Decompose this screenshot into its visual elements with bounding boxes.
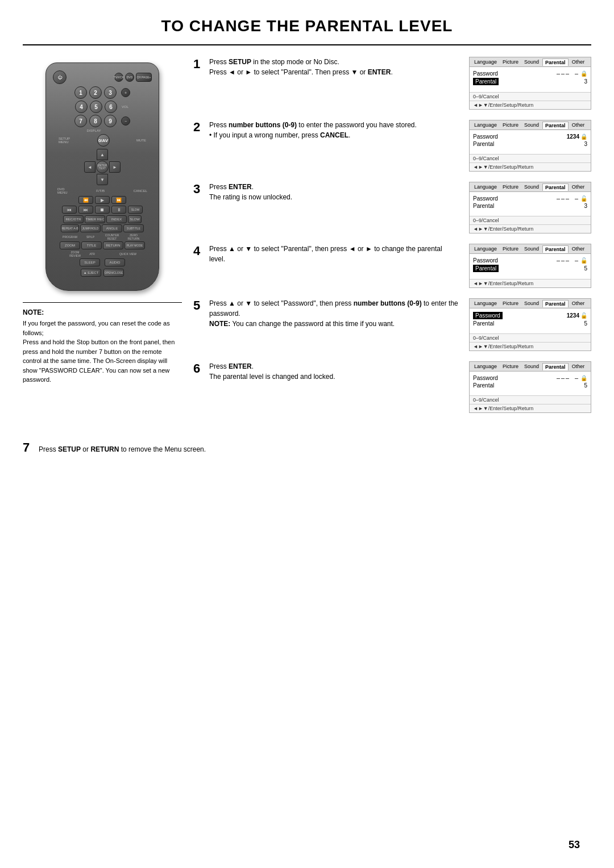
page-number: 53 bbox=[569, 839, 580, 851]
step-2-number: 2 bbox=[193, 121, 205, 140]
dpad-down[interactable]: ▼ bbox=[97, 174, 108, 185]
osd-header-3: Language Picture Sound Parental Other bbox=[470, 182, 591, 192]
osd-footer-2a: 0–9/Cancel bbox=[470, 154, 591, 162]
step-5-content: Press ▲ or ▼ to select "Password", then … bbox=[209, 298, 459, 329]
vol-up-button[interactable]: + bbox=[121, 88, 130, 97]
osd-header-4: Language Picture Sound Parental Other bbox=[470, 244, 591, 254]
angle-button[interactable]: ANGLE bbox=[102, 224, 122, 232]
title-button[interactable]: TITLE bbox=[81, 241, 102, 249]
osd-tab-parental-5: Parental bbox=[542, 300, 569, 307]
step-4-number: 4 bbox=[193, 245, 205, 264]
osd-tab-picture-3: Picture bbox=[500, 183, 521, 190]
return-button[interactable]: RETURN bbox=[103, 241, 123, 249]
stop-button[interactable]: ⏹ bbox=[95, 206, 110, 214]
osd-tab-sound-4: Sound bbox=[522, 245, 541, 252]
btn-2[interactable]: 2 bbox=[89, 86, 102, 99]
rew-button[interactable]: ⏪ bbox=[78, 196, 93, 204]
vol-down-button[interactable]: − bbox=[121, 116, 130, 126]
page-title: TO CHANGE THE PARENTAL LEVEL bbox=[23, 17, 591, 35]
note-title: NOTE: bbox=[23, 308, 182, 316]
osd-row-parental-1: Parental 3 bbox=[473, 78, 587, 85]
btn-5[interactable]: 5 bbox=[90, 101, 102, 113]
osd-row-password-2: Password 1234 🔒 bbox=[473, 133, 587, 140]
btn-9[interactable]: 9 bbox=[104, 115, 117, 127]
index-button[interactable]: INDEX bbox=[106, 215, 127, 223]
ffwd-button[interactable]: ⏩ bbox=[111, 196, 126, 204]
step-2-content: Press number buttons (0-9) to enter the … bbox=[209, 120, 459, 140]
osd-tab-sound-6: Sound bbox=[522, 363, 541, 370]
dvd-button[interactable]: DVD bbox=[125, 73, 134, 82]
step-6: 6 Press ENTER. The parental level is cha… bbox=[193, 361, 591, 413]
btn-8[interactable]: 8 bbox=[89, 115, 102, 127]
pause-button[interactable]: ⏸ bbox=[111, 206, 126, 214]
osd-tab-sound-1: Sound bbox=[522, 59, 541, 65]
osd-tab-other-4: Other bbox=[570, 245, 587, 252]
btn-3[interactable]: 3 bbox=[104, 86, 117, 99]
osd-row-password-6: Password ——— — 🔒 bbox=[473, 375, 587, 381]
enter-button[interactable]: ENTERTEXT bbox=[96, 161, 109, 173]
step-5-screen: Language Picture Sound Parental Other Pa… bbox=[463, 298, 591, 351]
osd-header-2: Language Picture Sound Parental Other bbox=[470, 120, 591, 130]
btn-0[interactable]: 0/AV bbox=[97, 134, 110, 147]
osd-tab-language-4: Language bbox=[472, 245, 499, 252]
repeat-button[interactable]: REPEAT A-B bbox=[61, 224, 79, 232]
dpad-up[interactable]: ▲ bbox=[97, 149, 108, 160]
osd-row-parental-5: Parental 5 bbox=[473, 320, 587, 327]
osd-tab-language-2: Language bbox=[472, 122, 499, 128]
tv-vcr-button[interactable]: TV/VCR bbox=[114, 73, 123, 82]
osd-tab-sound-3: Sound bbox=[522, 183, 541, 190]
sleep-button[interactable]: SLEEP bbox=[80, 258, 100, 266]
osd-footer-5b: ◄►▼/Enter/Setup/Return bbox=[470, 342, 591, 350]
play-button[interactable]: ▶ bbox=[95, 196, 110, 204]
step-3-screen: Language Picture Sound Parental Other Pa… bbox=[463, 182, 591, 233]
skip-fwd-button[interactable]: ⏭ bbox=[78, 206, 93, 214]
subtitle-button[interactable]: SUBTITLE bbox=[123, 224, 144, 232]
jump-hold-button[interactable]: JUMP/HOLD bbox=[80, 224, 101, 232]
slow-button[interactable]: SLOW bbox=[128, 206, 143, 214]
osd-tab-sound-2: Sound bbox=[522, 122, 541, 128]
audio-button[interactable]: AUDIO bbox=[105, 258, 125, 266]
osd-tab-picture-5: Picture bbox=[500, 300, 521, 307]
left-column: ⏻ TV/VCR DVD CH PAGE+ 1 2 3 + bbox=[23, 57, 182, 423]
osd-tab-other-5: Other bbox=[570, 300, 587, 307]
btn-7[interactable]: 7 bbox=[74, 115, 87, 127]
eject-button[interactable]: ▲ EJECT bbox=[81, 269, 101, 277]
osd-tab-other-2: Other bbox=[570, 122, 587, 128]
step-5-number: 5 bbox=[193, 299, 205, 329]
osd-footer-2b: ◄►▼/Enter/Setup/Return bbox=[470, 162, 591, 171]
dpad-left[interactable]: ◄ bbox=[84, 161, 96, 173]
btn-6[interactable]: 6 bbox=[105, 101, 117, 113]
osd-tab-parental-6: Parental bbox=[542, 363, 569, 370]
osd-row-parental-2: Parental 3 bbox=[473, 141, 587, 147]
osd-row-password-5: Password 1234 🔓 bbox=[473, 312, 587, 319]
osd-tab-picture-4: Picture bbox=[500, 245, 521, 252]
step-1-screen: Language Picture Sound Parental Other Pa… bbox=[463, 57, 591, 110]
rec-otr-button[interactable]: REC/OTR bbox=[63, 215, 84, 223]
note-text: If you forget the password, you can rese… bbox=[23, 319, 182, 385]
btn-4[interactable]: 4 bbox=[75, 101, 88, 113]
timer-rec-button[interactable]: TIMER REC bbox=[85, 215, 105, 223]
osd-body-3: Password ——— — 🔓 Parental 3 bbox=[470, 192, 591, 216]
remote-image: ⏻ TV/VCR DVD CH PAGE+ 1 2 3 + bbox=[23, 62, 182, 291]
dpad-right[interactable]: ► bbox=[109, 161, 121, 173]
zoom-button[interactable]: ZOOM bbox=[60, 241, 80, 249]
step-7-content: Press SETUP or RETURN to remove the Menu… bbox=[39, 444, 591, 454]
osd-tab-parental-4: Parental bbox=[542, 245, 569, 253]
osd-tab-language-3: Language bbox=[472, 183, 499, 190]
osd-body-4: Password ——— — 🔓 Parental 5 bbox=[470, 254, 591, 279]
osd-tab-other-3: Other bbox=[570, 183, 587, 190]
skip-back-button[interactable]: ⏮ bbox=[62, 206, 77, 214]
open-close-button[interactable]: OPEN/CLOSE bbox=[103, 269, 124, 277]
osd-body-1: Password ——— — 🔒 Parental 3 bbox=[470, 67, 591, 92]
osd-body-5: Password 1234 🔓 Parental 5 bbox=[470, 308, 591, 333]
step-4: 4 Press ▲ or ▼ to select "Parental", the… bbox=[193, 244, 591, 288]
play-mode-button[interactable]: PLAY MODE bbox=[125, 241, 145, 249]
step-3-number: 3 bbox=[193, 183, 205, 202]
osd-tab-language-1: Language bbox=[472, 59, 499, 65]
ch-page-button[interactable]: CH PAGE+ bbox=[136, 73, 152, 82]
osd-tab-sound-5: Sound bbox=[522, 300, 541, 307]
btn-1[interactable]: 1 bbox=[74, 86, 87, 99]
step-5: 5 Press ▲ or ▼ to select "Password", the… bbox=[193, 298, 591, 351]
slow2-button[interactable]: SLOW bbox=[128, 215, 142, 223]
power-button[interactable]: ⏻ bbox=[53, 70, 67, 84]
